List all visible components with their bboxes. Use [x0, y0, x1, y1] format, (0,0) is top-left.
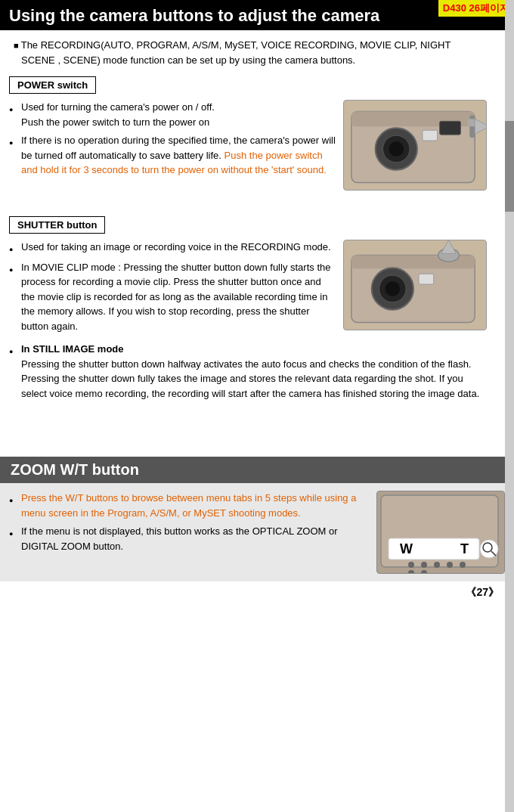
- svg-rect-5: [423, 131, 438, 141]
- shutter-bullet-1: Used for taking an image or recording vo…: [9, 240, 336, 256]
- svg-marker-9: [475, 119, 486, 135]
- svg-point-26: [408, 562, 414, 568]
- camera-diagram-shutter: [344, 240, 486, 330]
- svg-point-27: [421, 562, 427, 568]
- zoom-bullet-2: If the menu is not displayed, this butto…: [9, 524, 369, 553]
- svg-text:W: W: [400, 541, 413, 556]
- svg-point-30: [460, 562, 466, 568]
- zoom-text-block: Press the W/T buttons to browse between …: [9, 491, 369, 557]
- bullet-dot-1: [9, 101, 20, 129]
- gap-2: [9, 411, 487, 426]
- shutter-button-body: Used for taking an image or recording vo…: [9, 240, 487, 337]
- shutter-button-text: Used for taking an image or recording vo…: [9, 240, 336, 337]
- power-switch-text: Used for turning the camera's power on /…: [9, 100, 336, 181]
- zoom-image-container: W T: [376, 491, 505, 574]
- svg-point-15: [385, 281, 400, 296]
- shutter-dot-2: [9, 262, 20, 334]
- shutter-dot-1: [9, 241, 20, 256]
- shutter-extra-text: In STILL IMAGE mode Pressing the shutter…: [9, 342, 487, 401]
- shutter-bullet-2-content: In MOVIE CLIP mode : Pressing the shutte…: [21, 260, 336, 334]
- zoom-title: ZOOM W/T button: [11, 461, 503, 479]
- zoom-section: ZOOM W/T button Press the W/T buttons to…: [0, 457, 514, 581]
- page-number: 《27》: [0, 581, 514, 603]
- gap-1: [9, 201, 487, 216]
- scrollbar[interactable]: [505, 0, 514, 812]
- svg-point-4: [389, 141, 404, 157]
- page-corner-label: D430 26페이지: [438, 0, 514, 17]
- camera-diagram-power: [344, 100, 486, 191]
- shutter-bullet-3-content: In STILL IMAGE mode Pressing the shutter…: [21, 342, 487, 401]
- power-bullet-1-content: Used for turning the camera's power on /…: [21, 100, 336, 129]
- shutter-button-label: SHUTTER button: [9, 216, 105, 234]
- intro-block: The RECORDING(AUTO, PROGRAM, A/S/M, MySE…: [9, 38, 487, 67]
- page-number-text: 《27》: [466, 586, 499, 598]
- shutter-bullet-1-content: Used for taking an image or recording vo…: [21, 240, 336, 256]
- svg-rect-16: [419, 274, 434, 285]
- page-header: D430 26페이지 Using the camera buttons to a…: [0, 0, 514, 30]
- svg-text:T: T: [460, 541, 469, 556]
- shutter-button-section: SHUTTER button Used for taking an image …: [9, 216, 487, 401]
- svg-marker-17: [441, 240, 457, 254]
- svg-point-28: [434, 562, 440, 568]
- svg-point-29: [447, 562, 453, 568]
- main-content: The RECORDING(AUTO, PROGRAM, A/S/M, MySE…: [0, 30, 505, 449]
- power-bullet-1: Used for turning the camera's power on /…: [9, 100, 336, 129]
- zoom-header: ZOOM W/T button: [0, 457, 514, 483]
- shutter-button-image-container: [343, 240, 487, 330]
- zoom-bullet-1: Press the W/T buttons to browse between …: [9, 491, 369, 520]
- power-switch-image-container: [343, 100, 487, 191]
- wt-image: W T: [376, 491, 505, 574]
- power-switch-body: Used for turning the camera's power on /…: [9, 100, 487, 191]
- power-switch-label: POWER switch: [9, 76, 96, 94]
- svg-rect-6: [440, 122, 461, 135]
- page-wrapper: D430 26페이지 Using the camera buttons to a…: [0, 0, 514, 812]
- wt-diagram: W T: [377, 491, 505, 574]
- power-bullet-2: If there is no operation during the spec…: [9, 133, 336, 178]
- zoom-bullet-2-content: If the menu is not displayed, this butto…: [21, 524, 369, 553]
- zoom-dot-2: [9, 525, 20, 553]
- zoom-dot-1: [9, 492, 20, 520]
- gap-3: [9, 426, 487, 442]
- shutter-dot-3: [9, 343, 20, 401]
- zoom-bullet-1-content: Press the W/T buttons to browse between …: [21, 491, 369, 520]
- power-switch-section: POWER switch Used for turning the camera…: [9, 76, 487, 191]
- page-title: Using the camera buttons to adjust the c…: [9, 6, 505, 26]
- shutter-button-camera-image: [343, 240, 487, 330]
- power-bullet-2-content: If there is no operation during the spec…: [21, 133, 336, 178]
- shutter-bullet-3: In STILL IMAGE mode Pressing the shutter…: [9, 342, 487, 401]
- intro-text: The RECORDING(AUTO, PROGRAM, A/S/M, MySE…: [9, 38, 487, 67]
- shutter-bullet-2: In MOVIE CLIP mode : Pressing the shutte…: [9, 260, 336, 334]
- power-switch-camera-image: [343, 100, 487, 191]
- zoom-body: Press the W/T buttons to browse between …: [0, 483, 514, 581]
- bullet-dot-2: [9, 135, 20, 178]
- scrollbar-thumb[interactable]: [505, 121, 514, 212]
